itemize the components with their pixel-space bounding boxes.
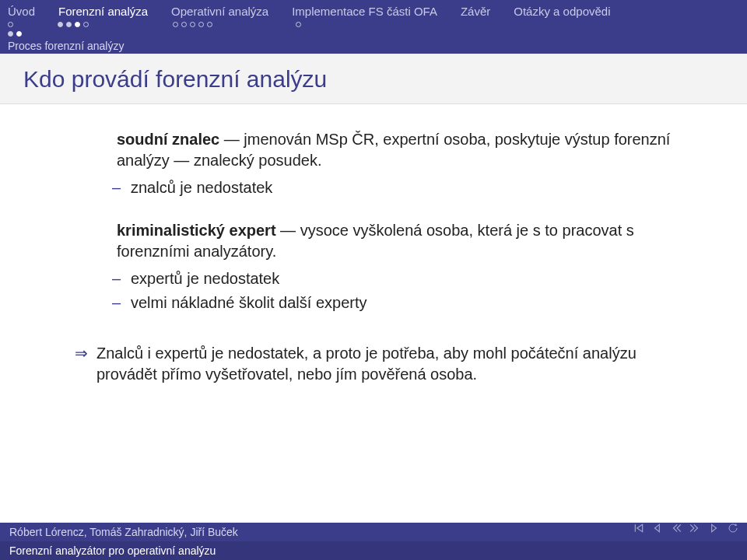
term-znalec: soudní znalec [117, 131, 219, 148]
progress-operativni [173, 20, 272, 28]
subsection-label: Proces forenzní analýzy [8, 40, 739, 52]
dot-icon [8, 22, 13, 27]
tab-otazky[interactable]: Otázky a odpovědi [514, 5, 610, 18]
sub-expert-2: – velmi nákladné školit další experty [131, 292, 700, 313]
dot-icon [190, 22, 195, 27]
nav-first-icon[interactable] [633, 523, 644, 534]
nav-prev-sub-icon[interactable] [671, 523, 682, 534]
nav-next-sub-icon[interactable] [689, 523, 700, 534]
title-band: Kdo provádí forenzní analýzu [0, 54, 747, 104]
subsection-dots [8, 31, 739, 37]
conclusion: ⇒ Znalců i expertů je nedostatek, a prot… [96, 343, 700, 385]
tab-forenzni[interactable]: Forenzní analýza [58, 5, 148, 18]
conclusion-text: Znalců i expertů je nedostatek, a proto … [96, 345, 637, 383]
sub-expert-2-text: velmi nákladné školit další experty [131, 294, 366, 311]
term-expert: kriminalistický expert [117, 222, 276, 239]
tab-zaver[interactable]: Závěr [461, 5, 490, 18]
dot-icon [83, 22, 89, 27]
dot-icon [181, 22, 187, 27]
progress-dots-row [8, 20, 739, 28]
para-znalec: soudní znalec — jmenován MSp ČR, expertn… [117, 129, 700, 171]
slide-body: soudní znalec — jmenován MSp ČR, expertn… [0, 104, 747, 523]
dot-icon [198, 22, 204, 27]
tab-operativni[interactable]: Operativní analýza [171, 5, 268, 18]
beamer-nav-controls [633, 523, 738, 534]
nav-back-icon[interactable] [727, 523, 738, 534]
sub-expert-1: – expertů je nedostatek [131, 268, 700, 289]
section-tabs: Úvod Forenzní analýza Operativní analýza… [8, 5, 739, 18]
tab-implementace[interactable]: Implementace FS části OFA [292, 5, 437, 18]
dot-icon [8, 31, 13, 37]
sub-znalec-1-text: znalců je nedostatek [131, 179, 272, 196]
para-expert: kriminalistický expert — vysoce vyškolen… [117, 220, 700, 262]
nav-next-icon[interactable] [708, 523, 719, 534]
dot-icon [173, 22, 178, 27]
footer-title: Forenzní analyzátor pro operativní analý… [0, 541, 747, 560]
dot-icon [58, 22, 63, 27]
dot-icon [16, 31, 22, 37]
dash-icon: – [112, 268, 121, 289]
sub-znalec-1: – znalců je nedostatek [131, 177, 700, 198]
nav-prev-icon[interactable] [652, 523, 663, 534]
slide-title: Kdo provádí forenzní analýzu [23, 66, 724, 93]
sub-expert-1-text: expertů je nedostatek [131, 270, 279, 287]
dot-icon [207, 22, 212, 27]
dash-icon: – [112, 292, 121, 313]
dot-icon [296, 22, 301, 27]
top-nav: Úvod Forenzní analýza Operativní analýza… [0, 0, 747, 28]
dot-icon [66, 22, 72, 27]
dot-icon [75, 22, 80, 27]
implies-icon: ⇒ [75, 343, 88, 364]
tab-uvod[interactable]: Úvod [8, 5, 35, 18]
progress-implementace [296, 20, 301, 28]
progress-forenzni [58, 20, 149, 28]
subsection-bar: Proces forenzní analýzy [0, 28, 747, 54]
dash-icon: – [112, 177, 121, 198]
progress-uvod [8, 20, 34, 28]
